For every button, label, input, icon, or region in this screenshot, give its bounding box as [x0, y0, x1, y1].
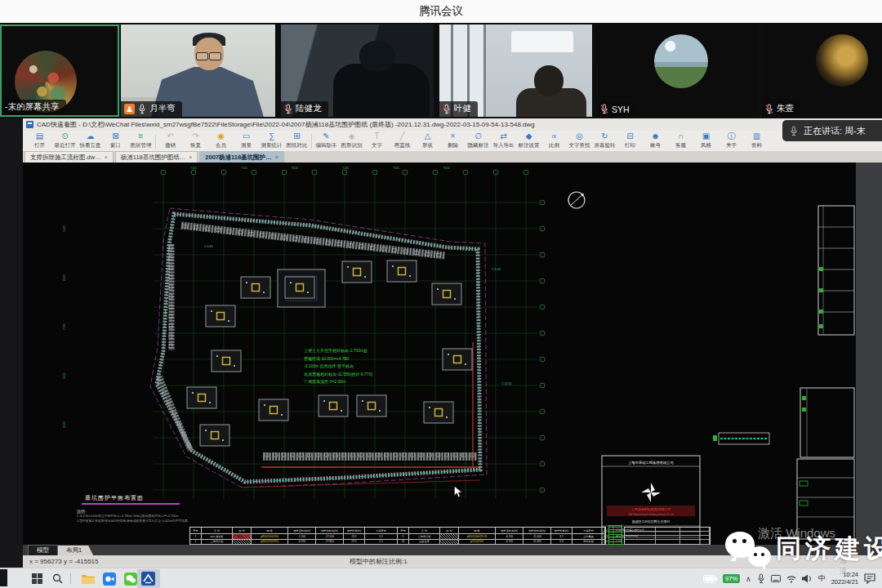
- participant-name: 月半弯: [149, 103, 176, 114]
- toolbar-label: 窗口: [110, 142, 121, 149]
- participant-tile-yuebanwan[interactable]: 月半弯: [121, 24, 275, 117]
- toolbar-erase-button[interactable]: ×删除: [440, 132, 466, 149]
- toolbar-shape-recognize-button[interactable]: ◈图形识别: [339, 132, 364, 149]
- toolbar-label: 形状: [422, 142, 433, 149]
- edge-window-fragment: [0, 569, 7, 586]
- side-schedule-table: ▪▪▪▪: [624, 527, 710, 545]
- tab-close-icon[interactable]: ×: [275, 154, 278, 160]
- toolbar-docs-button[interactable]: ▥资料: [744, 132, 769, 149]
- toolbar-label: 图纸对比: [287, 142, 308, 149]
- person-silhouette: [333, 64, 430, 117]
- toolbar-open-button[interactable]: ▤打开: [27, 132, 52, 149]
- toolbar-cloud-drive-button[interactable]: ☁快看云盘: [78, 132, 103, 149]
- start-button[interactable]: [29, 571, 45, 586]
- toolbar-draw-line-button[interactable]: ╱画直线: [390, 132, 415, 149]
- search-icon[interactable]: [50, 571, 65, 586]
- toolbar-label: 文字: [372, 142, 382, 149]
- toolbar-scale-button[interactable]: ∝比例: [541, 132, 567, 149]
- participant-tile-syh[interactable]: SYH: [597, 24, 757, 117]
- toolbar-label: 画直线: [394, 142, 411, 149]
- tab-layout1[interactable]: 布局1: [58, 546, 93, 555]
- cad-titlebar[interactable]: CAD快速看图 - D:\文档\WeChat Files\wxid_sm27ws…: [23, 118, 882, 131]
- svg-text:7200: 7200: [342, 167, 349, 170]
- avatar: [816, 34, 868, 87]
- toolbar-label: 客服: [675, 142, 686, 149]
- text-search-icon: ◎: [576, 132, 583, 141]
- toolbar-account-button[interactable]: ☻账号: [643, 132, 668, 149]
- toolbar-separator: [311, 134, 312, 149]
- cad-taskbar-icon[interactable]: [140, 571, 156, 586]
- file-explorer-icon[interactable]: [80, 571, 96, 586]
- svg-text:▽-11.55: ▽-11.55: [501, 382, 511, 385]
- toolbar-text-search-button[interactable]: ◎文字查找: [567, 132, 592, 149]
- toolbar-hide-annotation-button[interactable]: ∅隐藏标注: [466, 132, 491, 149]
- participant-tile-lujianlong[interactable]: 陆健龙: [281, 24, 434, 117]
- table-cell: 图 例: [440, 528, 459, 534]
- toolbar-screen-rotate-button[interactable]: ↻屏幕旋转: [592, 132, 617, 149]
- layer-manager-icon: ≡: [139, 132, 144, 141]
- participant-name: -末的屏幕共享: [5, 101, 60, 113]
- toolbar-window-button[interactable]: ⊠窗口: [103, 132, 128, 149]
- toolbar-support-button[interactable]: ∩客服: [668, 132, 693, 149]
- tab-close-icon[interactable]: ×: [105, 154, 108, 160]
- toolbar-edit-assistant-button[interactable]: ✎编辑助手: [314, 132, 339, 149]
- avatar: [654, 34, 708, 88]
- toolbar-style-button[interactable]: ▣风格: [693, 132, 719, 149]
- participant-label: 叶健: [439, 101, 478, 117]
- center-annotation: 上层土方开挖至相对标高-1.700m处普遍区域 ±0.000=+4.780-0.…: [304, 347, 372, 386]
- battery-percent[interactable]: 97%: [723, 574, 740, 583]
- network-icon[interactable]: [786, 575, 796, 583]
- toolbar-layer-manager-button[interactable]: ≡图层管理: [128, 132, 154, 149]
- draw-line-icon: ╱: [399, 132, 404, 141]
- tencent-meeting-icon[interactable]: [101, 571, 117, 586]
- toolbar-undo-button[interactable]: ↶撤销: [158, 132, 183, 149]
- toolbar-label: 关于: [726, 142, 737, 149]
- hide-annotation-icon: ∅: [474, 132, 482, 141]
- toolbar-label: 账号: [650, 142, 661, 149]
- participant-tile-zhuyi[interactable]: 朱壹: [762, 24, 882, 117]
- keyboard-icon[interactable]: [771, 575, 781, 582]
- annotation-line: ▽ 局部落深区 h=2.30m: [304, 378, 372, 386]
- toolbar-drawing-compare-button[interactable]: ⊞图纸对比: [284, 132, 310, 149]
- document-tab-1[interactable]: 杨浦118基坑围护图纸…×: [115, 151, 198, 163]
- annotation-settings-icon: ◆: [526, 132, 532, 141]
- cad-window-title: CAD快速看图 - D:\文档\WeChat Files\wxid_sm27ws…: [37, 120, 535, 129]
- ime-indicator[interactable]: 中: [818, 573, 826, 584]
- battery-icon[interactable]: [703, 575, 717, 583]
- tab-model[interactable]: 模型: [28, 545, 58, 555]
- toolbar-about-button[interactable]: ⓘ关于: [719, 132, 744, 149]
- cad-drawing-area[interactable]: 7200720090007200780090005400810072009600…: [23, 163, 856, 545]
- scale-icon: ∝: [551, 132, 557, 141]
- toolbar-import-export-button[interactable]: ⇄导入导出: [491, 132, 516, 149]
- mic-muted-icon: [600, 104, 608, 114]
- toolbar-print-button[interactable]: ⊟打印: [617, 132, 643, 149]
- toolbar-text-button[interactable]: T文字: [364, 132, 390, 149]
- tray-mic-icon[interactable]: [757, 573, 765, 584]
- speaker-icon[interactable]: [802, 574, 813, 583]
- participant-label: SYH: [597, 102, 636, 117]
- wechat-taskbar-icon[interactable]: [122, 571, 138, 586]
- participant-label: -末的屏幕共享: [2, 100, 66, 115]
- toolbar-label: 编辑助手: [316, 142, 337, 149]
- toolbar-recent-open-button[interactable]: ⊙最近打开: [52, 132, 78, 149]
- toolbar-label: 打印: [625, 142, 635, 149]
- tray-expand-caret[interactable]: ∧: [746, 575, 751, 583]
- print-icon: ⊟: [626, 132, 633, 141]
- participant-tile-yejian[interactable]: 叶健: [439, 24, 592, 117]
- toolbar-redo-button[interactable]: ↷恢复: [183, 132, 208, 149]
- toolbar-measure-stats-button[interactable]: ∑测量统计: [259, 132, 284, 149]
- screen-rotate-icon: ↻: [601, 132, 608, 141]
- participant-tile-screenshare[interactable]: -末的屏幕共享: [0, 24, 119, 117]
- measure-icon: ▭: [243, 132, 250, 141]
- toolbar-vip-button[interactable]: ◉会员: [208, 132, 234, 149]
- toolbar-shape-button[interactable]: △形状: [415, 132, 440, 149]
- toolbar-annotation-settings-button[interactable]: ◆标注设置: [516, 132, 541, 149]
- cursor-coordinates: x = 956273 y = -415515: [29, 558, 99, 565]
- tab-close-icon[interactable]: ×: [189, 154, 192, 160]
- toolbar-measure-button[interactable]: ▭测量: [234, 132, 259, 149]
- document-tab-0[interactable]: 支撑拆除施工流程图.dw…×: [24, 151, 114, 163]
- document-tab-2[interactable]: 2007杨浦118基坑围护…×: [199, 151, 283, 163]
- svg-text:SGD Engineering & Building (Gr: SGD Engineering & Building (Group) Co.,L…: [628, 513, 674, 516]
- import-export-icon: ⇄: [500, 132, 506, 141]
- action-center-icon[interactable]: [864, 573, 875, 584]
